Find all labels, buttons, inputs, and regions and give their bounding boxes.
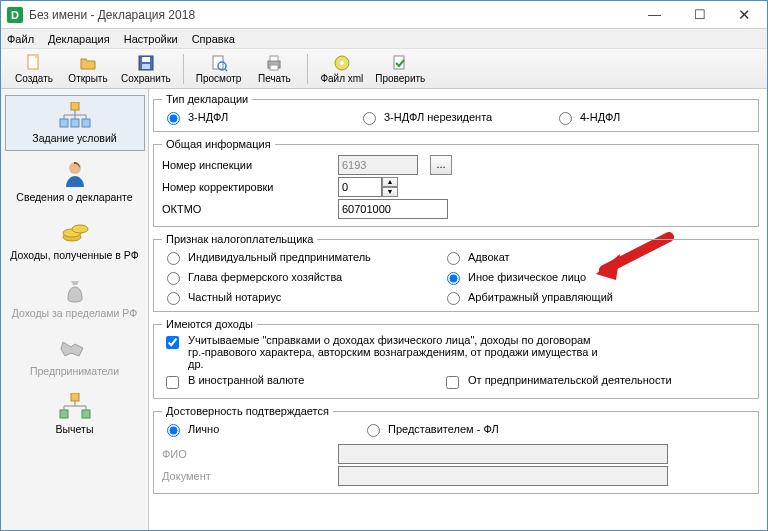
toolbar-open-label: Открыть [68,73,107,84]
inspection-number-field [338,155,418,175]
svg-rect-21 [71,119,79,127]
toolbar-preview[interactable]: Просмотр [192,51,246,87]
svg-rect-33 [82,410,90,418]
legend-declaration-type: Тип декларации [162,93,252,105]
radio-notary[interactable] [167,292,180,305]
spin-down-button[interactable]: ▼ [382,187,398,197]
sidebar-label: Предприниматели [7,365,143,377]
oktmo-field[interactable] [338,199,448,219]
checkbox-income-main-label: Учитываемые "справками о доходах физичес… [188,334,608,370]
toolbar-create[interactable]: Создать [9,51,59,87]
radio-3ndfl-nonres[interactable] [363,112,376,125]
preview-icon [210,54,228,72]
money-icon [57,217,93,247]
radio-notary-label: Частный нотариус [188,291,281,303]
radio-self[interactable] [167,424,180,437]
radio-3ndfl-nonres-label: 3-НДФЛ нерезидента [384,111,492,123]
radio-3ndfl[interactable] [167,112,180,125]
titlebar: D Без имени - Декларация 2018 — ☐ ✕ [1,1,767,29]
toolbar-separator [183,54,184,84]
document-field [338,466,668,486]
svg-rect-4 [142,64,150,69]
svg-rect-27 [71,393,79,401]
fio-label: ФИО [162,448,332,460]
toolbar-separator [307,54,308,84]
toolbar-file-xml[interactable]: Файл xml [316,51,367,87]
menu-help[interactable]: Справка [192,33,235,45]
toolbar-file-xml-label: Файл xml [320,73,363,84]
legend-general-info: Общая информация [162,138,275,150]
checkbox-income-main[interactable] [166,336,179,349]
disk-icon [333,54,351,72]
menu-settings[interactable]: Настройки [124,33,178,45]
toolbar-open[interactable]: Открыть [63,51,113,87]
new-file-icon [25,54,43,72]
fio-field [338,444,668,464]
deductions-icon [57,391,93,421]
toolbar-preview-label: Просмотр [196,73,242,84]
fieldset-general-info: Общая информация Номер инспекции ... Ном… [153,138,759,227]
svg-rect-22 [82,119,90,127]
svg-rect-14 [71,102,79,110]
sidebar-item-declarant[interactable]: Сведения о декларанте [5,155,145,209]
toolbar-save-label: Сохранить [121,73,171,84]
radio-farmer-label: Глава фермерского хозяйства [188,271,342,283]
handshake-icon [57,333,93,363]
save-icon [137,54,155,72]
radio-representative[interactable] [367,424,380,437]
radio-advokat[interactable] [447,252,460,265]
sidebar-item-entrepreneurs: Предприниматели [5,329,145,383]
inspection-number-label: Номер инспекции [162,159,332,171]
form-panel[interactable]: Тип декларации 3-НДФЛ 3-НДФЛ нерезидента… [149,89,767,531]
radio-representative-label: Представителем - ФЛ [388,423,499,435]
sidebar-item-deductions[interactable]: Вычеты [5,387,145,441]
toolbar-create-label: Создать [15,73,53,84]
toolbar-check[interactable]: Проверить [371,51,429,87]
radio-arbitr-label: Арбитражный управляющий [468,291,613,303]
sidebar-label: Доходы за пределами РФ [7,307,143,319]
open-folder-icon [79,54,97,72]
maximize-button[interactable]: ☐ [677,1,722,28]
conditions-icon [57,100,93,130]
check-icon [391,54,409,72]
menu-file[interactable]: Файл [7,33,34,45]
radio-physical[interactable] [447,272,460,285]
fieldset-confirm: Достоверность подтверждается Лично Предс… [153,405,759,494]
money-bag-icon [57,275,93,305]
window-title: Без имени - Декларация 2018 [29,8,632,22]
toolbar-save[interactable]: Сохранить [117,51,175,87]
inspection-lookup-button[interactable]: ... [430,155,452,175]
spin-up-button[interactable]: ▲ [382,177,398,187]
menu-declaration[interactable]: Декларация [48,33,110,45]
radio-4ndfl-label: 4-НДФЛ [580,111,620,123]
sidebar-item-income-rf[interactable]: Доходы, полученные в РФ [5,213,145,267]
radio-arbitr[interactable] [447,292,460,305]
svg-rect-32 [60,410,68,418]
fieldset-income-present: Имеются доходы Учитываемые "справками о … [153,318,759,399]
legend-confirm: Достоверность подтверждается [162,405,333,417]
correction-number-field[interactable] [338,177,382,197]
toolbar-print-label: Печать [258,73,291,84]
minimize-button[interactable]: — [632,1,677,28]
toolbar-print[interactable]: Печать [249,51,299,87]
fieldset-declaration-type: Тип декларации 3-НДФЛ 3-НДФЛ нерезидента… [153,93,759,132]
person-icon [57,159,93,189]
radio-4ndfl[interactable] [559,112,572,125]
checkbox-income-foreign-label: В иностранной валюте [188,374,304,386]
checkbox-income-foreign[interactable] [166,376,179,389]
toolbar: Создать Открыть Сохранить Просмотр Печат… [1,49,767,89]
radio-ip[interactable] [167,252,180,265]
sidebar-label: Вычеты [7,423,143,435]
close-button[interactable]: ✕ [722,1,767,28]
checkbox-income-biz-label: От предпринимательской деятельности [468,374,672,386]
sidebar-label: Доходы, полученные в РФ [7,249,143,261]
main-area: Задание условий Сведения о декларанте До… [1,89,767,531]
sidebar-item-conditions[interactable]: Задание условий [5,95,145,151]
checkbox-income-biz[interactable] [446,376,459,389]
sidebar-label: Сведения о декларанте [7,191,143,203]
svg-rect-10 [270,65,278,70]
legend-taxpayer-sign: Признак налогоплательщика [162,233,317,245]
svg-rect-20 [60,119,68,127]
radio-farmer[interactable] [167,272,180,285]
svg-rect-9 [270,56,278,61]
